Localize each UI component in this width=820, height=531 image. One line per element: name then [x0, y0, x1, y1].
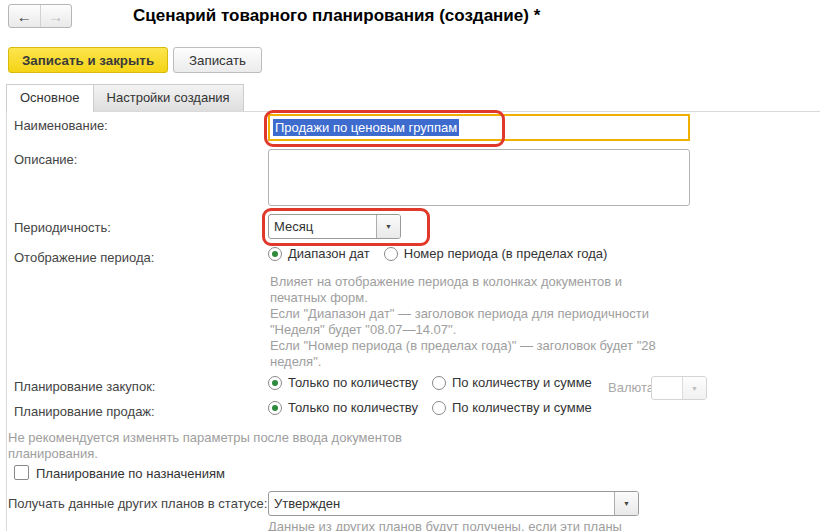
- page-title: Сценарий товарного планирования (создани…: [133, 6, 540, 26]
- save-and-close-button[interactable]: Записать и закрыть: [8, 47, 168, 73]
- purchase-planning-radio-group: Только по количеству По количеству и сум…: [268, 375, 606, 390]
- periodicity-combobox[interactable]: Месяц ▼: [268, 214, 401, 239]
- scenario-form-window: { "header": { "title": "Сценарий товарно…: [0, 0, 820, 531]
- other-plans-status-label: Получать данные других планов в статусе:: [8, 496, 267, 511]
- radio-sales-qty-only[interactable]: Только по количеству: [268, 400, 418, 415]
- currency-dropdown-button: ▼: [682, 377, 706, 399]
- hint-line: печатных форм.: [270, 290, 656, 306]
- name-input[interactable]: Продажи по ценовым группам: [268, 114, 690, 141]
- radio-date-range[interactable]: Диапазон дат: [268, 246, 370, 261]
- period-display-hint: Влияет на отображение периода в колонках…: [270, 274, 656, 370]
- hint-line: Если "Номер периода (в пределах года)" —…: [270, 338, 656, 354]
- radio-unselected-icon: [432, 376, 446, 390]
- back-button[interactable]: ←: [9, 5, 40, 27]
- radio-selected-icon: [268, 376, 282, 390]
- tab-bar: Основное Настройки создания: [6, 84, 244, 112]
- radio-sales-qty-only-label: Только по количеству: [288, 400, 418, 415]
- radio-period-number[interactable]: Номер периода (в пределах года): [384, 246, 608, 261]
- name-input-selected-text: Продажи по ценовым группам: [273, 119, 459, 136]
- tab-creation-settings[interactable]: Настройки создания: [94, 84, 244, 111]
- radio-purchase-qty-sum[interactable]: По количеству и сумме: [432, 375, 592, 390]
- radio-unselected-icon: [432, 401, 446, 415]
- purpose-planning-checkbox[interactable]: [14, 465, 29, 480]
- name-label: Наименование:: [14, 118, 108, 133]
- tab-main[interactable]: Основное: [6, 84, 94, 112]
- purpose-planning-label: Планирование по назначениям: [36, 466, 225, 481]
- parameters-warning-text: Не рекомендуется изменять параметры посл…: [8, 430, 402, 462]
- hint-line: Если "Диапазон дат" — заголовок периода …: [270, 306, 656, 322]
- sales-planning-radio-group: Только по количеству По количеству и сум…: [268, 400, 606, 415]
- hint-line: "Неделя" будет "08.07—14.07".: [270, 322, 656, 338]
- radio-sales-qty-sum-label: По количеству и сумме: [452, 400, 592, 415]
- sales-planning-label: Планирование продаж:: [14, 404, 155, 419]
- dropdown-arrow-icon: ▼: [623, 500, 630, 507]
- warning-line: Не рекомендуется изменять параметры посл…: [8, 430, 402, 446]
- radio-period-number-label: Номер периода (в пределах года): [404, 246, 608, 261]
- other-plans-status-value: Утвержден: [269, 492, 614, 515]
- currency-combobox: ▼: [651, 376, 707, 400]
- radio-purchase-qty-sum-label: По количеству и сумме: [452, 375, 592, 390]
- radio-purchase-qty-only[interactable]: Только по количеству: [268, 375, 418, 390]
- radio-sales-qty-sum[interactable]: По количеству и сумме: [432, 400, 592, 415]
- hint-line: Влияет на отображение периода в колонках…: [270, 274, 656, 290]
- radio-date-range-label: Диапазон дат: [288, 246, 370, 261]
- dropdown-arrow-icon: ▼: [385, 223, 392, 230]
- periodicity-value: Месяц: [269, 215, 376, 238]
- radio-selected-icon: [268, 401, 282, 415]
- forward-arrow-icon: →: [48, 8, 63, 25]
- warning-line: планирования.: [8, 446, 402, 462]
- nav-history-buttons: ← →: [8, 4, 72, 28]
- hint-line: неделя".: [270, 354, 656, 370]
- description-label: Описание:: [14, 152, 77, 167]
- hint-line: Данные из других планов будут получены, …: [268, 519, 622, 531]
- description-textarea[interactable]: [268, 149, 690, 206]
- radio-selected-icon: [268, 247, 282, 261]
- radio-unselected-icon: [384, 247, 398, 261]
- dropdown-arrow-icon: ▼: [691, 385, 698, 392]
- other-plans-status-dropdown-button[interactable]: ▼: [614, 492, 638, 515]
- forward-button[interactable]: →: [40, 5, 72, 27]
- other-plans-status-combobox[interactable]: Утвержден ▼: [268, 491, 639, 516]
- purchase-planning-label: Планирование закупок:: [14, 379, 155, 394]
- currency-value: [652, 377, 682, 399]
- period-display-label: Отображение периода:: [14, 250, 154, 265]
- other-plans-status-hint: Данные из других планов будут получены, …: [268, 519, 622, 531]
- back-arrow-icon: ←: [17, 8, 32, 25]
- period-display-radio-group: Диапазон дат Номер периода (в пределах г…: [268, 246, 621, 261]
- save-button[interactable]: Записать: [173, 47, 262, 73]
- radio-purchase-qty-only-label: Только по количеству: [288, 375, 418, 390]
- periodicity-dropdown-button[interactable]: ▼: [376, 215, 400, 238]
- periodicity-label: Периодичность:: [14, 220, 111, 235]
